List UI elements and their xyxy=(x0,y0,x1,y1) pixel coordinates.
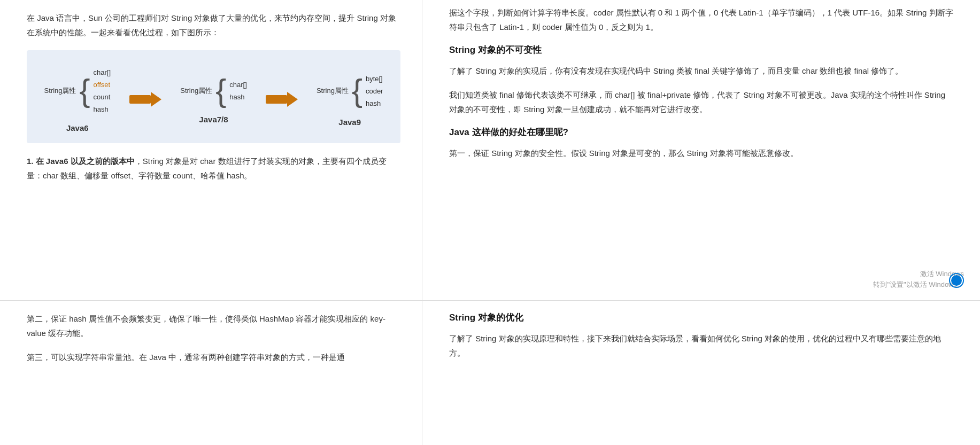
arrow2-body xyxy=(266,95,287,104)
numbered-section: 1. 在 Java6 以及之前的版本中，String 对象是对 char 数组进… xyxy=(27,154,400,183)
arrow1-container xyxy=(129,91,161,107)
java78-props-box: String属性 { char[] hash xyxy=(180,75,247,107)
activate-circle-icon xyxy=(949,273,964,288)
numbered-bold: 1. 在 Java6 以及之前的版本中 xyxy=(27,157,135,166)
java9-string-label: String属性 xyxy=(317,86,349,96)
bottom-right-title: String 对象的优化 xyxy=(449,311,953,324)
section1-p2: 我们知道类被 final 修饰代表该类不可继承，而 char[] 被 final… xyxy=(449,88,953,116)
bottom-right-text: 了解了 String 对象的实现原理和特性，接下来我们就结合实际场景，看看如何优… xyxy=(449,331,953,360)
arrow1-head xyxy=(151,92,161,107)
windows-activate: 激活 Windows 转到"设置"以激活 Windows。 xyxy=(873,269,964,290)
bottom-left-p1: 第二，保证 hash 属性值不会频繁变更，确保了唯一性，使得类似 HashMap… xyxy=(27,311,400,340)
java9-prop-hash: hash xyxy=(366,99,383,107)
java78-version-label: Java7/8 xyxy=(199,115,228,124)
section2-p1: 第一，保证 String 对象的安全性。假设 String 对象是可变的，那么 … xyxy=(449,146,953,160)
java9-brace: { xyxy=(352,75,362,107)
java6-brace: { xyxy=(80,75,90,107)
diagram-container: String属性 { char[] offset count hash Java… xyxy=(27,50,400,143)
bottom-left-p2: 第三，可以实现字符串常量池。在 Java 中，通常有两种创建字符串对象的方式，一… xyxy=(27,350,400,364)
java78-brace: { xyxy=(215,75,226,107)
arrow2-container xyxy=(266,91,298,107)
java9-version-label: Java9 xyxy=(338,118,361,127)
java9-prop-coder: coder xyxy=(366,87,383,95)
right-column-top: 据这个字段，判断如何计算字符串长度。coder 属性默认有 0 和 1 两个值，… xyxy=(422,0,980,300)
arrow1 xyxy=(129,91,161,107)
diagram-inner: String属性 { char[] offset count hash Java… xyxy=(37,66,390,132)
java9-prop-byte: byte[] xyxy=(366,75,383,83)
arrow1-body xyxy=(129,95,151,104)
left-column-top: 在 Java 语言中，Sun 公司的工程师们对 String 对象做了大量的优化… xyxy=(0,0,422,300)
java78-string-label: String属性 xyxy=(180,86,212,96)
bottom-left: 第二，保证 hash 属性值不会频繁变更，确保了唯一性，使得类似 HashMap… xyxy=(0,301,422,445)
right-intro-text: 据这个字段，判断如何计算字符串长度。coder 属性默认有 0 和 1 两个值，… xyxy=(449,5,953,34)
section1-title: String 对象的不可变性 xyxy=(449,44,953,56)
arrow2 xyxy=(266,91,298,107)
intro-text: 在 Java 语言中，Sun 公司的工程师们对 String 对象做了大量的优化… xyxy=(27,11,400,40)
java6-prop-char: char[] xyxy=(94,68,111,76)
page-container: 在 Java 语言中，Sun 公司的工程师们对 String 对象做了大量的优化… xyxy=(0,0,980,445)
java78-version: String属性 { char[] hash Java7/8 xyxy=(180,75,247,124)
java9-version: String属性 { byte[] coder hash Java9 xyxy=(317,73,383,127)
arrow2-head xyxy=(287,92,298,107)
java6-props-list: char[] offset count hash xyxy=(94,66,111,115)
java78-prop-char: char[] xyxy=(229,81,247,89)
java6-prop-hash: hash xyxy=(94,105,111,113)
section2-title: Java 这样做的好处在哪里呢? xyxy=(449,126,953,138)
java78-prop-hash: hash xyxy=(229,93,247,101)
java9-props-list: byte[] coder hash xyxy=(366,73,383,110)
java6-version-label: Java6 xyxy=(66,123,89,132)
main-content: 在 Java 语言中，Sun 公司的工程师们对 String 对象做了大量的优化… xyxy=(0,0,980,300)
java78-props-list: char[] hash xyxy=(229,79,247,103)
java9-props-box: String属性 { byte[] coder hash xyxy=(317,73,383,110)
java6-prop-offset: offset xyxy=(94,81,111,89)
java6-string-label: String属性 xyxy=(44,86,76,96)
java6-prop-count: count xyxy=(94,93,111,101)
java6-props-box: String属性 { char[] offset count hash xyxy=(44,66,111,115)
java6-version: String属性 { char[] offset count hash Java… xyxy=(44,66,111,132)
bottom-content: 第二，保证 hash 属性值不会频繁变更，确保了唯一性，使得类似 HashMap… xyxy=(0,301,980,445)
section1-p1: 了解了 String 对象的实现后，你有没有发现在实现代码中 String 类被… xyxy=(449,64,953,78)
bottom-right: String 对象的优化 了解了 String 对象的实现原理和特性，接下来我们… xyxy=(422,301,980,445)
